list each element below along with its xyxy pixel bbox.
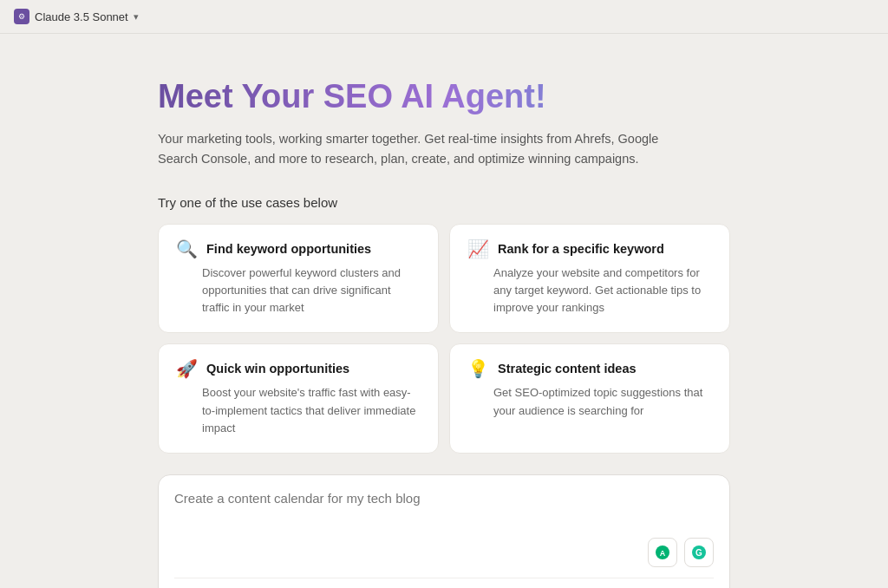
card-title: Find keyword opportunities [206,242,371,256]
page-subtitle: Your marketing tools, working smarter to… [158,129,695,169]
card-header: 💡 Strategic content ideas [467,360,712,377]
card-title: Rank for a specific keyword [498,242,664,256]
card-quick-win[interactable]: 🚀 Quick win opportunities Boost your web… [158,343,439,453]
rocket-icon: 🚀 [176,360,198,377]
page-title: Meet Your SEO AI Agent! [158,77,730,117]
grammarly-tool-icon[interactable]: G [684,538,714,567]
card-title: Quick win opportunities [206,362,349,376]
search-icon: 🔍 [176,240,198,258]
card-rank-keyword[interactable]: 📈 Rank for a specific keyword Analyze yo… [449,224,730,333]
top-bar: ⚙ Claude 3.5 Sonnet ▾ [0,0,888,34]
card-header: 🚀 Quick win opportunities [176,360,421,377]
model-icon: ⚙ [14,9,29,24]
model-selector[interactable]: ⚙ Claude 3.5 Sonnet ▾ [14,9,139,24]
card-desc: Boost your website's traffic fast with e… [176,384,421,436]
card-desc: Discover powerful keyword clusters and o… [176,265,421,317]
card-desc: Get SEO-optimized topic suggestions that… [467,384,712,419]
chat-tool-icons: A G [174,538,714,567]
model-name: Claude 3.5 Sonnet [35,10,128,23]
card-desc: Analyze your website and competitors for… [467,265,712,317]
card-header: 🔍 Find keyword opportunities [176,240,421,258]
chat-input[interactable] [174,491,714,534]
card-title: Strategic content ideas [498,362,637,376]
card-find-keyword[interactable]: 🔍 Find keyword opportunities Discover po… [158,224,439,333]
svg-text:G: G [695,548,702,558]
cards-grid: 🔍 Find keyword opportunities Discover po… [158,224,730,454]
lightbulb-icon: 💡 [467,360,489,377]
card-header: 📈 Rank for a specific keyword [467,240,712,258]
chat-container: A G 📎 📁 Templates ✏️ [158,474,730,588]
card-content-ideas[interactable]: 💡 Strategic content ideas Get SEO-optimi… [449,343,730,453]
chevron-down-icon: ▾ [134,11,139,23]
chart-icon: 📈 [467,240,489,258]
svg-text:A: A [660,549,666,558]
use-cases-heading: Try one of the use cases below [158,195,730,210]
main-content: Meet Your SEO AI Agent! Your marketing t… [140,34,748,588]
ahrefs-tool-icon[interactable]: A [648,538,677,567]
chat-bottom-bar: 📎 📁 Templates ✏️ Style SEO AI Agent ↑ [174,578,714,588]
